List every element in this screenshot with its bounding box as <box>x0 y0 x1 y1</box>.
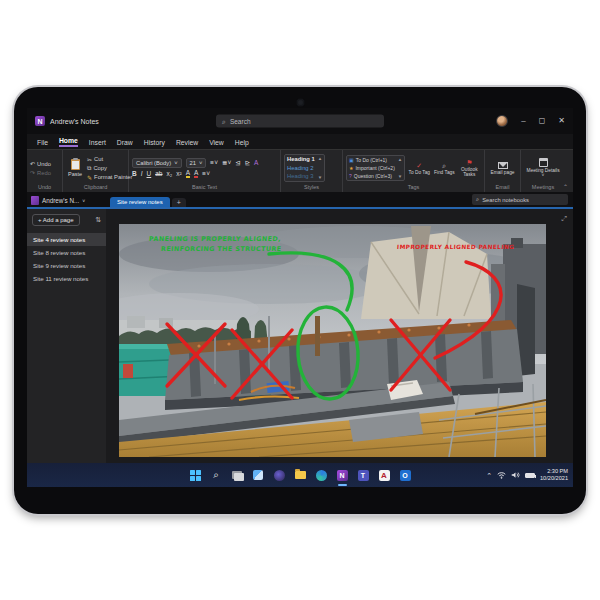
tags-down-icon[interactable]: ▼ <box>398 174 402 179</box>
page-item-site11[interactable]: Site 11 review notes <box>27 272 106 285</box>
windows-logo-icon <box>190 470 201 481</box>
meeting-details-button[interactable]: Meeting Details ˅ <box>525 158 561 179</box>
italic-button[interactable]: I <box>141 171 143 178</box>
tags-gallery[interactable]: ▣To Do (Ctrl+1) ★Important (Ctrl+2) ?Que… <box>346 155 405 181</box>
underline-button[interactable]: U <box>147 171 152 178</box>
minimize-button[interactable]: – <box>521 117 525 125</box>
styles-gallery[interactable]: Heading 1 Heading 2 Heading 3 ▲ ▼ <box>284 154 325 182</box>
start-button[interactable] <box>189 469 202 482</box>
access-button[interactable]: A <box>378 469 391 482</box>
edge-icon <box>316 470 327 481</box>
tags-up-icon[interactable]: ▲ <box>398 157 402 162</box>
cortana-icon <box>274 470 285 481</box>
highlight-button[interactable]: A <box>186 170 190 179</box>
battery-icon[interactable] <box>525 473 535 478</box>
volume-icon[interactable] <box>511 471 520 479</box>
ribbon-group-undo: ↶Undo ↷Redo Undo <box>27 150 63 192</box>
bold-button[interactable]: B <box>132 171 137 178</box>
widgets-icon <box>253 470 263 480</box>
menu-review[interactable]: Review <box>176 139 198 147</box>
tag-important[interactable]: ★Important (Ctrl+2) <box>349 165 395 172</box>
font-name-dropdown[interactable]: Calibri (Body)˅ <box>132 158 182 168</box>
task-view-button[interactable] <box>231 469 244 482</box>
find-tags-icon: ⌕ <box>442 162 446 169</box>
page-item-site9[interactable]: Site 9 review notes <box>27 259 106 272</box>
indent-button[interactable]: ⊵ <box>245 160 250 167</box>
taskbar-search-button[interactable]: ⌕ <box>210 469 223 482</box>
ribbon-menubar: File Home Insert Draw History Review Vie… <box>27 134 573 149</box>
title-search-box[interactable]: ⌕ Search <box>216 115 384 128</box>
menu-home[interactable]: Home <box>59 137 78 147</box>
menu-insert[interactable]: Insert <box>89 139 106 147</box>
email-page-button[interactable]: Email page <box>489 162 517 175</box>
menu-draw[interactable]: Draw <box>117 139 133 147</box>
title-search-placeholder: Search <box>230 118 251 125</box>
checkbox-icon: ▣ <box>349 157 354 164</box>
styles-up-icon[interactable]: ▲ <box>318 156 322 161</box>
search-notebooks-box[interactable]: ⌕ Search notebooks <box>472 194 568 205</box>
teams-button[interactable]: T <box>357 469 370 482</box>
paragraph-options-button[interactable]: ≡˅ <box>202 171 210 178</box>
bullet-list-button[interactable]: ≡˅ <box>210 160 218 167</box>
font-size-dropdown[interactable]: 21˅ <box>186 158 207 168</box>
add-page-button[interactable]: + Add a page <box>32 214 80 226</box>
menu-help[interactable]: Help <box>235 139 249 147</box>
notebook-selector[interactable]: Andrew's N... ˅ <box>27 196 106 207</box>
tray-clock[interactable]: 2:30 PM 10/20/2021 <box>540 468 568 482</box>
cut-button[interactable]: ✂Cut <box>87 156 132 163</box>
undo-button[interactable]: ↶Undo <box>30 160 51 167</box>
strikethrough-button[interactable]: ab <box>155 171 162 178</box>
collapse-ribbon-icon[interactable]: ⌃ <box>563 183 568 190</box>
menu-history[interactable]: History <box>144 139 165 147</box>
find-tags-button[interactable]: ⌕Find Tags <box>433 162 455 175</box>
format-painter-button[interactable]: ✎Format Painter <box>87 174 132 181</box>
page-canvas[interactable]: ⤢ <box>106 209 573 463</box>
tray-chevron-icon[interactable]: ⌃ <box>486 472 492 479</box>
numbered-list-button[interactable]: ≣˅ <box>222 160 231 167</box>
outdent-button[interactable]: ⊴ <box>235 160 240 167</box>
tag-todo[interactable]: ▣To Do (Ctrl+1) <box>349 157 395 164</box>
sort-pages-icon[interactable]: ⇅ <box>95 216 101 224</box>
cortana-button[interactable] <box>273 469 286 482</box>
styles-pen-icon[interactable]: A <box>254 160 258 167</box>
superscript-button[interactable]: x² <box>176 171 181 178</box>
tag-question[interactable]: ?Question (Ctrl+3) <box>349 173 395 180</box>
windows-taskbar: ⌕ N T A O ⌃ 2:30 PM 10/20/2021 <box>27 463 573 487</box>
user-avatar[interactable] <box>496 115 508 127</box>
page-list-sidebar: + Add a page ⇅ Site 4 review notes Site … <box>27 209 106 463</box>
file-explorer-button[interactable] <box>294 469 307 482</box>
subscript-button[interactable]: x₂ <box>166 171 172 178</box>
edge-button[interactable] <box>315 469 328 482</box>
styles-down-icon[interactable]: ▼ <box>318 175 322 180</box>
add-section-button[interactable]: + <box>172 198 186 207</box>
close-button[interactable]: ✕ <box>558 117 565 125</box>
check-icon: ✓ <box>416 162 422 169</box>
outlook-button[interactable]: O <box>399 469 412 482</box>
green-annotation-line1: PANELING IS PROPERLY ALIGNED, <box>149 235 281 243</box>
style-heading2[interactable]: Heading 2 <box>287 165 315 172</box>
maximize-button[interactable]: ◻ <box>539 117 546 125</box>
copy-button[interactable]: ⧉Copy <box>87 165 132 172</box>
outlook-tasks-button[interactable]: ⚑Outlook Tasks <box>458 159 480 178</box>
style-heading3[interactable]: Heading 3 <box>287 173 315 180</box>
page-item-site8[interactable]: Site 8 review notes <box>27 246 106 259</box>
todo-tag-button[interactable]: ✓To Do Tag <box>408 162 430 175</box>
access-icon: A <box>379 470 390 481</box>
wifi-icon[interactable] <box>497 471 506 479</box>
onenote-icon: N <box>337 470 348 481</box>
page-item-site4[interactable]: Site 4 review notes <box>27 233 106 246</box>
section-tab-site-review-notes[interactable]: Site review notes <box>110 197 170 207</box>
menu-file[interactable]: File <box>37 139 48 147</box>
expand-icon[interactable]: ⤢ <box>561 215 567 223</box>
widgets-button[interactable] <box>252 469 265 482</box>
paste-button[interactable]: Paste <box>66 159 84 177</box>
menu-view[interactable]: View <box>209 139 224 147</box>
onenote-taskbar-button[interactable]: N <box>336 469 349 482</box>
redo-button[interactable]: ↷Redo <box>30 169 51 176</box>
font-color-button[interactable]: A <box>194 170 198 179</box>
front-camera <box>297 99 304 106</box>
folder-icon <box>295 471 306 479</box>
ribbon-group-meetings: Meeting Details ˅ Meetings <box>521 150 565 192</box>
style-heading1[interactable]: Heading 1 <box>287 156 315 163</box>
tablet-device: N Andrew's Notes ⌕ Search – ◻ ✕ File Hom… <box>14 87 586 514</box>
